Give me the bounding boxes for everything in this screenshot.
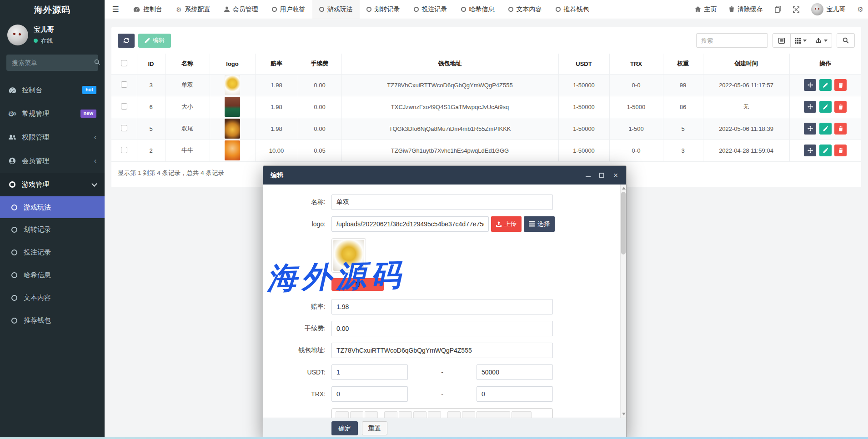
sidebar-item-permissions[interactable]: 权限管理 ‹ (0, 125, 105, 149)
row-checkbox[interactable] (121, 125, 127, 131)
row-delete-button[interactable] (834, 145, 847, 156)
tab-bet-records[interactable]: 投注记录 (407, 0, 454, 19)
header-created[interactable]: 创建时间 (703, 54, 789, 74)
table-row[interactable]: 5 双尾 1.98 0.00 TQGk3Dfo6NjQa8Mu7iDm4mb1R… (111, 118, 861, 140)
header-fee[interactable]: 手续费 (298, 54, 341, 74)
tab-referral-wallet[interactable]: 推荐钱包 (549, 0, 596, 19)
header-id[interactable]: ID (137, 54, 165, 74)
row-delete-button[interactable] (834, 123, 847, 135)
rate-field[interactable] (331, 299, 553, 314)
sidebar-item-bet-records[interactable]: 投注记录 (0, 241, 105, 264)
trx-max-field[interactable] (477, 386, 553, 402)
tab-text-content[interactable]: 文本内容 (502, 0, 549, 19)
sidebar-item-game-management[interactable]: 游戏管理 (0, 173, 105, 196)
table-search-input[interactable] (696, 33, 768, 48)
scrollbar-thumb[interactable] (621, 192, 626, 254)
header-trx[interactable]: TRX (609, 54, 663, 74)
close-icon[interactable]: × (612, 172, 619, 179)
topbar-user[interactable]: 宝儿哥 (811, 3, 846, 15)
logo-path-field[interactable] (331, 216, 489, 232)
chevron-left-icon: ‹ (94, 157, 96, 165)
table-row[interactable]: 3 单双 1.98 0.00 TZ78VhCxuiRTTWcoD6qGbQgYm… (111, 74, 861, 96)
drag-sort-button[interactable] (804, 123, 816, 135)
name-field[interactable] (331, 195, 553, 210)
reset-button[interactable]: 重置 (362, 421, 387, 435)
minimize-icon[interactable] (586, 174, 591, 177)
header-wallet[interactable]: 钱包地址 (341, 54, 558, 74)
drag-sort-button[interactable] (804, 145, 816, 156)
header-weight[interactable]: 权重 (663, 54, 703, 74)
columns-dropdown-button[interactable] (791, 33, 811, 48)
sidebar-item-label: 权限管理 (22, 133, 49, 142)
tab-system-config[interactable]: ⚙ 系统配置 (169, 0, 217, 19)
tab-transfer-records[interactable]: 划转记录 (360, 0, 407, 19)
home-link[interactable]: 主页 (695, 5, 717, 14)
tab-user-earnings[interactable]: 用户收益 (265, 0, 312, 19)
refresh-button[interactable] (118, 34, 135, 48)
sidebar-item-general[interactable]: ⚙⚙ 常规管理 new (0, 102, 105, 125)
tab-game-play[interactable]: 游戏玩法 (312, 0, 360, 19)
tab-console[interactable]: 控制台 (126, 0, 169, 19)
game-logo-image (225, 140, 240, 160)
hamburger-menu-icon[interactable]: ☰ (105, 0, 126, 19)
sidebar-item-text-content[interactable]: 文本内容 (0, 286, 105, 309)
row-edit-button[interactable] (819, 101, 832, 113)
row-checkbox[interactable] (121, 81, 127, 88)
maximize-icon[interactable] (599, 173, 604, 178)
detail-view-button[interactable] (773, 33, 791, 48)
scroll-down-arrow[interactable] (622, 413, 626, 415)
table-header-row: ID 名称 logo 赔率 手续费 钱包地址 USDT TRX 权重 创建时间 … (111, 54, 861, 74)
sidebar-item-referral-wallet[interactable]: 推荐钱包 (0, 309, 105, 332)
header-rate[interactable]: 赔率 (255, 54, 298, 74)
row-delete-button[interactable] (834, 101, 847, 113)
delete-image-button[interactable] (331, 278, 384, 291)
row-edit-button[interactable] (819, 145, 832, 156)
tab-hash-info[interactable]: 哈希信息 (454, 0, 502, 19)
dashboard-icon (8, 87, 16, 94)
drag-sort-button[interactable] (804, 79, 816, 91)
copy-icon[interactable] (775, 6, 781, 13)
row-checkbox[interactable] (121, 103, 127, 110)
usdt-min-field[interactable] (331, 364, 408, 380)
dialog-header[interactable]: 编辑 × (263, 166, 626, 185)
sidebar-item-hash-info[interactable]: 哈希信息 (0, 264, 105, 286)
avatar[interactable] (7, 25, 28, 45)
sidebar-search-input[interactable] (12, 59, 94, 66)
wallet-address-field[interactable] (331, 343, 553, 358)
row-edit-button[interactable] (819, 123, 832, 135)
logo-preview-frame[interactable] (331, 238, 366, 273)
settings-gears-icon[interactable]: ⚙ (858, 5, 863, 14)
table-row[interactable]: 2 牛牛 10.00 0.05 TZGiw7Gh1uytb7Xvhc1hEs4p… (111, 140, 861, 161)
table-row[interactable]: 6 大小 1.98 0.00 TXCJzwnzFxo49Q4S1GaTMwpqc… (111, 96, 861, 118)
sidebar-item-members[interactable]: 会员管理 ‹ (0, 149, 105, 173)
scroll-up-arrow[interactable] (622, 187, 626, 190)
export-dropdown-button[interactable] (811, 33, 832, 48)
usdt-max-field[interactable] (477, 364, 553, 380)
upload-button[interactable]: 上传 (491, 216, 522, 232)
tab-label: 哈希信息 (469, 5, 495, 14)
circle-icon (319, 7, 324, 12)
drag-sort-button[interactable] (804, 101, 816, 113)
search-toggle-button[interactable] (837, 33, 855, 48)
sidebar-item-console[interactable]: 控制台 hot (0, 78, 105, 102)
trx-min-field[interactable] (331, 386, 408, 402)
dashboard-icon (133, 6, 140, 12)
dialog-scrollbar[interactable] (620, 185, 626, 418)
fee-field[interactable] (331, 321, 553, 336)
confirm-button[interactable]: 确定 (331, 421, 358, 435)
edit-button[interactable]: 编辑 (138, 34, 171, 48)
row-edit-button[interactable] (819, 79, 832, 91)
sidebar-item-transfer-records[interactable]: 划转记录 (0, 218, 105, 241)
header-name[interactable]: 名称 (165, 54, 210, 74)
row-checkbox[interactable] (121, 147, 127, 153)
fullscreen-icon[interactable] (793, 6, 799, 13)
header-logo[interactable]: logo (210, 54, 255, 74)
select-all-checkbox[interactable] (121, 60, 127, 66)
tab-members[interactable]: 会员管理 (217, 0, 265, 19)
sidebar-item-label: 文本内容 (24, 294, 51, 302)
header-usdt[interactable]: USDT (558, 54, 609, 74)
sidebar-item-game-play[interactable]: 游戏玩法 (0, 196, 105, 218)
choose-button[interactable]: 选择 (524, 216, 555, 232)
row-delete-button[interactable] (834, 79, 847, 91)
clear-cache-link[interactable]: 清除缓存 (729, 5, 763, 14)
